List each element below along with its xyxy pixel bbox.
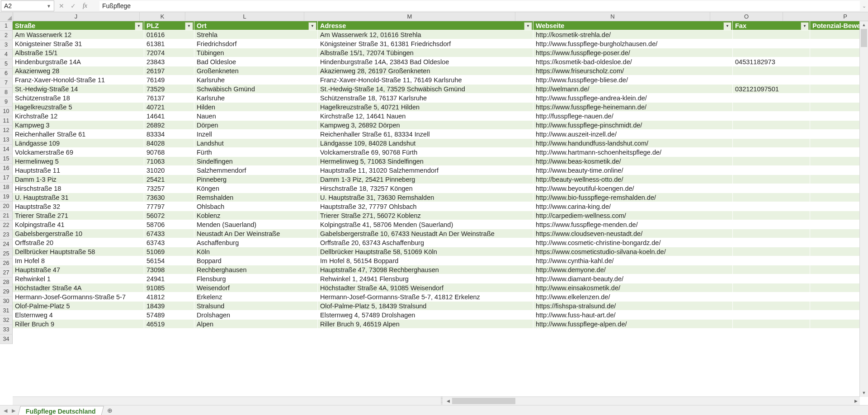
table-header-cell[interactable]: Ort▼ (194, 21, 318, 30)
cell[interactable]: Pinneberg (194, 175, 318, 184)
cell[interactable]: Neustadt An Der Weinstraße (194, 229, 318, 238)
sheet-nav-next-icon[interactable]: ▶ (10, 408, 17, 414)
cell[interactable]: 01616 (144, 30, 194, 39)
cell[interactable]: Inzell (194, 130, 318, 139)
cell[interactable]: Albstraße 15/1 (13, 48, 144, 57)
cell[interactable]: 67433 (144, 229, 194, 238)
cell[interactable]: Großenkneten (194, 66, 318, 75)
cell[interactable]: Hermelinweg 5, 71063 Sindelfingen (318, 157, 533, 166)
cell[interactable]: Hermann-Josef-Gormanns-Straße 5-7, 41812… (318, 292, 533, 302)
cell[interactable] (733, 175, 810, 184)
cell[interactable]: Boppard (194, 256, 318, 265)
cell[interactable]: 3,65 (810, 175, 860, 184)
cell[interactable]: 90768 (144, 148, 194, 157)
row-header-24[interactable]: 24 (0, 240, 13, 249)
cell[interactable]: 26892 (144, 121, 194, 130)
cell[interactable]: 9,44 (810, 103, 860, 112)
cell[interactable]: Ländgasse 109, 84028 Landshut (318, 139, 533, 148)
cell[interactable]: Stralsund (194, 302, 318, 311)
cell[interactable]: Am Wasserwerk 12 (13, 30, 144, 39)
cell[interactable]: Köln (194, 247, 318, 256)
cell[interactable]: Akazienweg 28 (13, 66, 144, 75)
cell[interactable]: http://www.fusspflege-andrea-klein.de/ (533, 94, 733, 103)
cell[interactable]: 032121097501 (733, 85, 810, 94)
row-header-22[interactable]: 22 (0, 221, 13, 230)
row-header-28[interactable]: 28 (0, 278, 13, 287)
cell[interactable]: 9,29 (810, 157, 860, 166)
cell[interactable]: Franz-Xaver-Honold-Straße 11 (13, 75, 144, 85)
cell[interactable]: http://www.carina-king.de/ (533, 202, 733, 211)
cell[interactable]: 5,34 (810, 148, 860, 157)
cell[interactable]: 76137 (144, 94, 194, 103)
cell[interactable]: Schwäbisch Gmünd (194, 85, 318, 94)
cell[interactable]: http://www.elkelenzen.de/ (533, 292, 733, 302)
cell[interactable]: http://carpediem-wellness.com/ (533, 211, 733, 220)
cell[interactable]: http://www.fusspflege-pinschmidt.de/ (533, 121, 733, 130)
cell[interactable]: http://www.beyoutiful-koengen.de/ (533, 184, 733, 193)
table-header-cell[interactable]: PLZ▼ (144, 21, 194, 30)
cell[interactable]: Hermelinweg 5 (13, 157, 144, 166)
column-header-L[interactable]: L (185, 12, 304, 21)
column-header-M[interactable]: M (304, 12, 515, 21)
cell[interactable]: Höchstadter Straße 4A, 91085 Weisendorf (318, 283, 533, 292)
scroll-right-icon[interactable]: ▶ (852, 397, 860, 405)
cell[interactable]: Gabelsbergerstraße 10 (13, 229, 144, 238)
cell[interactable]: 9,89 (810, 94, 860, 103)
cell[interactable]: Rehwinkel 1 (13, 274, 144, 283)
cell[interactable] (733, 48, 810, 57)
cell[interactable]: 61381 (144, 39, 194, 48)
cell[interactable]: Dörpen (194, 121, 318, 130)
cell[interactable]: Köngen (194, 184, 318, 193)
row-header-2[interactable]: 2 (0, 31, 13, 40)
column-header-K[interactable]: K (140, 12, 185, 21)
cell[interactable]: 3,78 (810, 121, 860, 130)
cell[interactable]: http://www.auszeit-inzell.de/ (533, 130, 733, 139)
cell[interactable]: https://www.cosmeticstudio-silvana-koeln… (533, 247, 733, 256)
cell[interactable]: https://kosmetik-bad-oldesloe.de/ (533, 57, 733, 66)
cell[interactable]: Weisendorf (194, 283, 318, 292)
hscroll-thumb[interactable] (452, 398, 515, 404)
filter-dropdown-icon[interactable]: ▼ (723, 22, 731, 30)
cell[interactable]: St.-Hedwig-Straße 14 (13, 85, 144, 94)
row-header-10[interactable]: 10 (0, 107, 13, 116)
cell[interactable]: Olof-Palme-Platz 5, 18439 Stralsund (318, 302, 533, 311)
cell[interactable]: 6,33 (810, 274, 860, 283)
cell[interactable]: Hilden (194, 103, 318, 112)
sheet-nav-prev-icon[interactable]: ◀ (2, 408, 9, 414)
cell[interactable]: 25421 (144, 175, 194, 184)
cell[interactable] (733, 30, 810, 39)
cell[interactable]: http://welmann.de/ (533, 85, 733, 94)
cell[interactable] (733, 166, 810, 175)
row-header-13[interactable]: 13 (0, 135, 13, 145)
cell[interactable]: 8,40 (810, 166, 860, 175)
cancel-formula-icon[interactable]: ✕ (57, 2, 66, 9)
cell[interactable]: http://www.bio-fusspflege-remshalden.de/ (533, 193, 733, 202)
cell[interactable]: http://www.demyone.de/ (533, 265, 733, 274)
cell[interactable]: 9,35 (810, 139, 860, 148)
row-header-17[interactable]: 17 (0, 173, 13, 183)
row-header-11[interactable]: 11 (0, 116, 13, 126)
name-box[interactable]: A2 ▼ (1, 0, 54, 11)
row-header-34[interactable]: 34 (0, 335, 13, 344)
cell[interactable]: 14641 (144, 112, 194, 121)
row-header-3[interactable]: 3 (0, 40, 13, 50)
cell[interactable] (733, 292, 810, 302)
cell[interactable]: http://www.fusspflege-alpen.de/ (533, 320, 733, 329)
cell[interactable]: Schützenstraße 18, 76137 Karlsruhe (318, 94, 533, 103)
cell[interactable]: Friedrichsdorf (194, 39, 318, 48)
cell[interactable]: http://www.diamant-beauty.de/ (533, 274, 733, 283)
row-header-26[interactable]: 26 (0, 259, 13, 268)
cell[interactable]: 77797 (144, 202, 194, 211)
cell[interactable]: https://www.cloudseven-neustadt.de/ (533, 229, 733, 238)
cell[interactable]: http://www.cynthia-kahl.de/ (533, 256, 733, 265)
cell[interactable]: U. Hauptstraße 31 (13, 193, 144, 202)
cell[interactable]: 5,89 (810, 66, 860, 75)
cell[interactable]: Riller Bruch 9 (13, 320, 144, 329)
cell[interactable]: 1,45 (810, 256, 860, 265)
cell[interactable]: Kirchstraße 12, 14641 Nauen (318, 112, 533, 121)
cell[interactable]: Franz-Xaver-Honold-Straße 11, 76149 Karl… (318, 75, 533, 85)
cell[interactable]: http://www.cosmetic-christine-bongardz.d… (533, 238, 733, 247)
cell[interactable] (733, 112, 810, 121)
table-header-cell[interactable]: Webseite▼ (533, 21, 733, 30)
cell[interactable]: Hagelkreuzstraße 5, 40721 Hilden (318, 103, 533, 112)
